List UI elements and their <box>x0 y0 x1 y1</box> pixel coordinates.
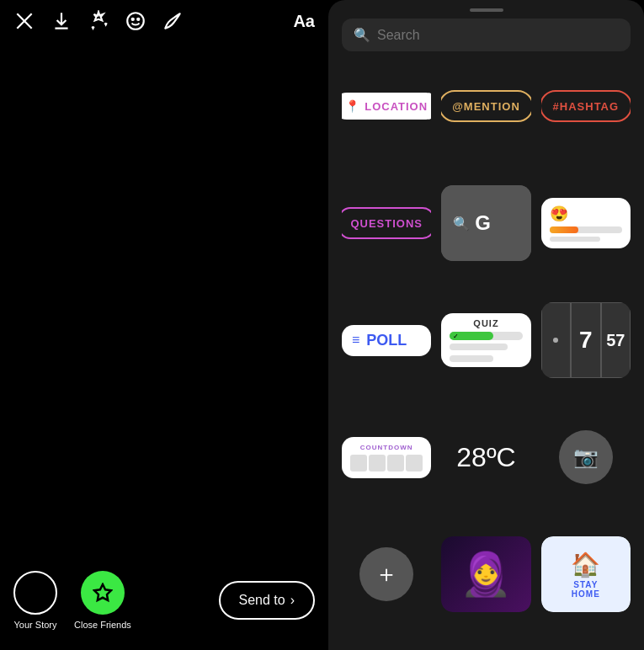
slider-emoji: 😍 <box>550 205 622 223</box>
countdown-box-4 <box>406 455 423 472</box>
download-icon[interactable] <box>51 10 72 32</box>
score-57-cell: 57 <box>601 302 631 378</box>
house-icon: 🏠 <box>571 551 600 578</box>
sticker-temperature[interactable]: 28ºC <box>441 419 530 495</box>
sticker-emoji-slider[interactable]: 😍 <box>541 185 631 261</box>
story-options: Your Story Close Friends <box>13 571 131 630</box>
score-dot-cell <box>541 302 571 378</box>
send-chevron-icon: › <box>290 593 295 608</box>
quiz-line2 <box>450 355 493 362</box>
quiz-bar: ✓ <box>450 332 522 340</box>
story-bottom-bar: Your Story Close Friends Send to › <box>0 557 328 650</box>
poll-icon: ≡ <box>352 333 359 348</box>
questions-text: QUESTIONS <box>350 217 423 230</box>
sticker-score-counter[interactable]: 7 57 <box>541 302 631 378</box>
close-icon[interactable] <box>13 10 35 32</box>
countdown-box-3 <box>387 455 404 472</box>
temperature-text: 28ºC <box>456 442 515 473</box>
sticker-search-bar[interactable]: 🔍 <box>342 19 631 51</box>
countdown-boxes <box>350 455 423 472</box>
countdown-box-2 <box>369 455 386 472</box>
stayhome-text: STAYHOME <box>572 580 600 599</box>
svg-point-3 <box>132 19 134 20</box>
svg-point-4 <box>137 19 139 20</box>
drawer-handle <box>470 8 503 12</box>
story-editor-panel: Aa Your Story Close Friends Send to › <box>0 0 328 650</box>
gif-search-icon: 🔍 <box>453 216 470 232</box>
effects-icon[interactable] <box>88 10 109 32</box>
text-tool-button[interactable]: Aa <box>293 12 315 31</box>
face-icon[interactable] <box>125 10 146 32</box>
mention-text: @MENTION <box>452 100 520 113</box>
sticker-drawer: 🔍 📍 LOCATION @MENTION #HASHTAG <box>328 0 644 650</box>
sticker-girl[interactable]: 🧕 <box>441 536 530 612</box>
svg-point-2 <box>127 13 144 29</box>
quiz-line <box>450 344 508 350</box>
location-text: LOCATION <box>365 100 428 113</box>
hashtag-text: #HASHTAG <box>553 100 620 113</box>
add-icon: ＋ <box>375 558 398 590</box>
sticker-poll[interactable]: ≡ POLL <box>342 302 431 378</box>
your-story-circle <box>13 571 57 615</box>
slider-line <box>550 237 600 242</box>
score-7-cell: 7 <box>571 302 600 378</box>
your-story-option[interactable]: Your Story <box>13 571 57 630</box>
stickers-grid: 📍 LOCATION @MENTION #HASHTAG QUESTIONS <box>328 61 644 650</box>
sticker-search-input[interactable] <box>377 28 619 43</box>
close-friends-circle <box>81 571 125 615</box>
sticker-questions[interactable]: QUESTIONS <box>342 185 431 261</box>
poll-text: POLL <box>366 332 407 349</box>
countdown-box-1 <box>350 455 367 472</box>
send-to-button[interactable]: Send to › <box>219 581 315 620</box>
pen-icon[interactable] <box>162 10 184 32</box>
sticker-location[interactable]: 📍 LOCATION <box>342 68 431 144</box>
location-pin-icon: 📍 <box>345 99 359 113</box>
sticker-hashtag[interactable]: #HASHTAG <box>541 68 631 144</box>
top-toolbar: Aa <box>0 0 328 42</box>
sticker-stayhome[interactable]: 🏠 STAYHOME <box>541 536 631 612</box>
sticker-gif[interactable]: 🔍 G <box>441 185 530 261</box>
sticker-countdown[interactable]: COUNTDOWN <box>342 419 431 495</box>
svg-marker-5 <box>94 584 111 600</box>
countdown-label: COUNTDOWN <box>350 444 423 451</box>
camera-icon: 📷 <box>573 445 599 469</box>
sticker-camera[interactable]: 📷 <box>541 419 631 495</box>
close-friends-option[interactable]: Close Friends <box>74 571 131 630</box>
story-canvas[interactable] <box>0 0 328 650</box>
search-icon: 🔍 <box>354 27 370 43</box>
sticker-mention[interactable]: @MENTION <box>441 68 530 144</box>
send-to-label: Send to <box>239 593 285 608</box>
sticker-quiz[interactable]: QUIZ ✓ <box>441 302 530 378</box>
your-story-label: Your Story <box>14 620 57 630</box>
quiz-title: QUIZ <box>450 318 522 328</box>
sticker-add[interactable]: ＋ <box>342 536 431 612</box>
close-friends-label: Close Friends <box>74 620 131 630</box>
girl-emoji: 🧕 <box>460 550 512 599</box>
slider-bar <box>550 226 622 233</box>
quiz-check-icon: ✓ <box>453 333 459 340</box>
slider-fill <box>550 226 579 233</box>
gif-text: G <box>475 211 491 235</box>
